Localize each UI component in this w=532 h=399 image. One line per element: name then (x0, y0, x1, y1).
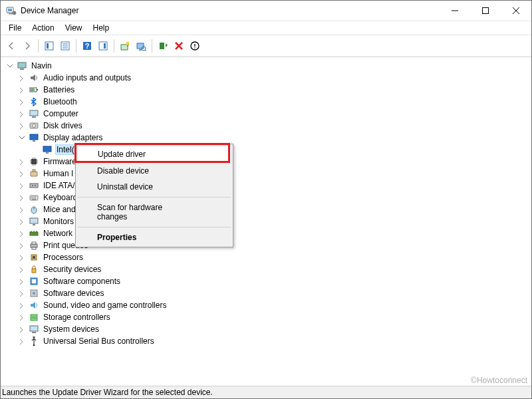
category-label: Security devices (42, 264, 102, 275)
svg-rect-42 (33, 224, 35, 225)
toolbar-separator (152, 39, 152, 53)
category-label: Sound, video and game controllers (42, 300, 168, 311)
computer-icon (17, 61, 27, 71)
uninstall-device-icon[interactable] (187, 38, 203, 54)
ctx-separator (78, 197, 231, 198)
svg-rect-23 (37, 89, 38, 90)
tree-category-softdev[interactable]: Software devices (3, 287, 531, 299)
tree-category-bluetooth[interactable]: Bluetooth (3, 96, 531, 108)
expand-icon[interactable] (17, 73, 26, 82)
svg-rect-36 (30, 184, 38, 188)
expand-icon[interactable] (17, 241, 26, 250)
printer-icon (29, 240, 39, 251)
svg-rect-1 (8, 9, 12, 11)
toolbar-icon-1[interactable] (41, 38, 57, 54)
tree-category-system[interactable]: System devices (3, 323, 531, 335)
expand-icon[interactable] (17, 253, 26, 262)
collapse-icon[interactable] (5, 61, 14, 70)
expand-icon[interactable] (17, 193, 26, 202)
category-label: Processors (42, 252, 84, 263)
expand-icon[interactable] (17, 157, 26, 166)
expand-icon[interactable] (17, 181, 26, 190)
menu-action[interactable]: Action (27, 22, 59, 34)
display-icon (29, 132, 39, 143)
computer-icon (29, 108, 39, 119)
close-button[interactable] (501, 1, 531, 21)
tree-category-processors[interactable]: Processors (3, 251, 531, 263)
expand-icon[interactable] (17, 169, 26, 178)
svg-rect-4 (483, 8, 489, 14)
svg-point-13 (126, 42, 130, 45)
tree-category-storage[interactable]: Storage controllers (3, 311, 531, 323)
expand-icon[interactable] (17, 121, 26, 130)
expand-icon[interactable] (17, 109, 26, 118)
expand-icon[interactable] (17, 325, 26, 334)
category-label: Firmware (42, 156, 78, 167)
ctx-update-driver[interactable]: Update driver (77, 146, 231, 163)
svg-rect-57 (32, 332, 36, 333)
usb-icon (29, 336, 39, 346)
menu-file[interactable]: File (3, 22, 27, 34)
expand-icon[interactable] (17, 277, 26, 286)
expand-icon[interactable] (17, 289, 26, 298)
svg-point-58 (33, 344, 35, 346)
expand-icon[interactable] (17, 301, 26, 310)
enable-device-icon[interactable] (155, 38, 171, 54)
app-icon (6, 5, 17, 16)
update-driver-icon[interactable] (117, 38, 133, 54)
svg-rect-31 (43, 146, 51, 152)
expand-icon[interactable] (17, 265, 26, 274)
svg-rect-56 (30, 326, 38, 331)
expand-icon[interactable] (17, 313, 26, 322)
tree-category-disk[interactable]: Disk drives (3, 120, 531, 132)
display-icon (42, 144, 53, 155)
tree-root[interactable]: Navin (3, 60, 531, 72)
maximize-button[interactable] (470, 1, 501, 21)
tree-category-display[interactable]: Display adapters (3, 132, 531, 144)
toolbar-icon-3[interactable] (95, 38, 111, 54)
device-tree[interactable]: Navin Audio inputs and outputsBatteriesB… (1, 57, 531, 386)
expand-icon[interactable] (17, 217, 26, 226)
ctx-properties[interactable]: Properties (77, 229, 231, 245)
svg-rect-51 (32, 279, 36, 283)
category-label: Human I (42, 168, 74, 179)
watermark: ©Howtoconnect (471, 376, 527, 385)
scan-hardware-icon[interactable] (133, 38, 149, 54)
status-text: Launches the Update Driver Wizard for th… (2, 388, 213, 397)
expand-icon[interactable] (17, 85, 26, 94)
svg-rect-30 (33, 140, 35, 142)
back-button[interactable] (3, 38, 19, 54)
tree-category-computer[interactable]: Computer (3, 108, 531, 120)
ctx-disable-device[interactable]: Disable device (77, 163, 231, 179)
category-label: Disk drives (42, 120, 84, 131)
help-icon[interactable]: ? (79, 38, 95, 54)
category-label: Software devices (42, 288, 105, 299)
expand-icon[interactable] (17, 229, 26, 238)
category-label: Audio inputs and outputs (42, 72, 132, 83)
disable-device-icon[interactable] (171, 38, 187, 54)
softdev-icon (29, 288, 39, 299)
tree-category-usb[interactable]: Universal Serial Bus controllers (3, 335, 531, 347)
menu-view[interactable]: View (60, 22, 88, 34)
tree-category-batteries[interactable]: Batteries (3, 84, 531, 96)
forward-button[interactable] (19, 38, 35, 54)
tree-category-sound[interactable]: Sound, video and game controllers (3, 299, 531, 311)
tree-category-security[interactable]: Security devices (3, 263, 531, 275)
category-label: System devices (42, 324, 100, 334)
toolbar: ? (1, 35, 531, 57)
svg-rect-43 (30, 232, 38, 235)
minimize-button[interactable] (440, 1, 470, 21)
toolbar-icon-2[interactable] (57, 38, 73, 54)
expand-icon[interactable] (17, 205, 26, 214)
menu-help[interactable]: Help (88, 22, 115, 34)
category-label: Computer (42, 108, 80, 119)
expand-icon[interactable] (17, 336, 26, 346)
tree-category-softcomp[interactable]: Software components (3, 275, 531, 287)
tree-category-audio[interactable]: Audio inputs and outputs (3, 72, 531, 84)
expand-icon[interactable] (17, 97, 26, 106)
collapse-icon[interactable] (17, 133, 26, 142)
system-icon (29, 324, 39, 334)
mouse-icon (29, 204, 39, 215)
ctx-uninstall-device[interactable]: Uninstall device (77, 179, 231, 195)
ctx-scan-hardware[interactable]: Scan for hardware changes (77, 200, 231, 225)
